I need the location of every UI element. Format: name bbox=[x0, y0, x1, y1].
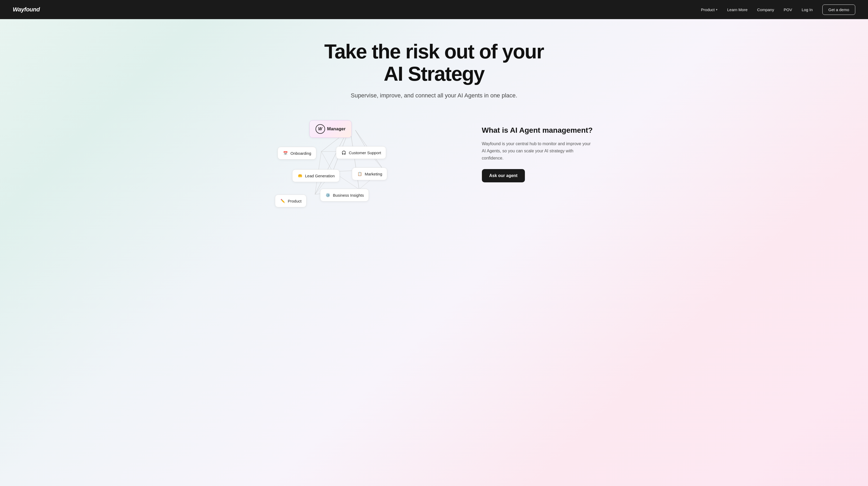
product-icon: ✏️ bbox=[280, 198, 286, 204]
get-demo-button[interactable]: Get a demo bbox=[823, 4, 855, 15]
onboarding-node: 📅 Onboarding bbox=[278, 147, 316, 159]
navbar: Wayfound Product ▾ Learn More Company PO… bbox=[0, 0, 868, 19]
customer-support-node: 🎧 Customer Support bbox=[336, 146, 386, 159]
svg-line-4 bbox=[350, 130, 359, 189]
manager-node: W Manager bbox=[309, 120, 352, 138]
hero-title: Take the risk out of your AI Strategy bbox=[315, 40, 554, 85]
marketing-node: 📋 Marketing bbox=[352, 168, 388, 180]
onboarding-icon: 📅 bbox=[283, 150, 288, 156]
marketing-label: Marketing bbox=[365, 172, 382, 176]
manager-logo-icon: W bbox=[315, 124, 325, 134]
customer-support-label: Customer Support bbox=[349, 151, 381, 155]
business-insights-node: ⚙️ Business Insights bbox=[320, 189, 369, 202]
lead-generation-label: Lead Generation bbox=[305, 174, 335, 178]
hero-bottom: W Manager 📅 Onboarding 🎧 Customer Suppor… bbox=[275, 115, 593, 216]
product-label: Product bbox=[288, 199, 302, 203]
lead-generation-icon: 🤲 bbox=[297, 173, 303, 179]
business-insights-icon: ⚙️ bbox=[325, 192, 331, 198]
business-insights-label: Business Insights bbox=[333, 193, 364, 198]
nav-product[interactable]: Product ▾ bbox=[701, 7, 718, 12]
nav-company[interactable]: Company bbox=[757, 7, 774, 12]
nav-login[interactable]: Log In bbox=[802, 7, 813, 12]
svg-line-7 bbox=[321, 152, 333, 172]
hero-subtitle: Supervise, improve, and connect all your… bbox=[351, 92, 517, 99]
nav-logo[interactable]: Wayfound bbox=[13, 6, 40, 13]
nav-links: Product ▾ Learn More Company POV Log In … bbox=[701, 4, 855, 15]
hero-section: Take the risk out of your AI Strategy Su… bbox=[0, 19, 868, 486]
nav-learn-more[interactable]: Learn More bbox=[727, 7, 747, 12]
svg-line-5 bbox=[315, 130, 348, 194]
side-panel-body: Wayfound is your central hub to monitor … bbox=[482, 140, 593, 162]
ask-agent-button[interactable]: Ask our agent bbox=[482, 169, 525, 182]
manager-label: Manager bbox=[327, 126, 346, 132]
side-panel-heading: What is AI Agent management? bbox=[482, 126, 593, 135]
agent-diagram: W Manager 📅 Onboarding 🎧 Customer Suppor… bbox=[275, 115, 466, 216]
customer-support-icon: 🎧 bbox=[341, 150, 347, 156]
side-panel: What is AI Agent management? Wayfound is… bbox=[482, 115, 593, 182]
chevron-down-icon: ▾ bbox=[716, 8, 717, 11]
product-node: ✏️ Product bbox=[275, 194, 307, 207]
onboarding-label: Onboarding bbox=[290, 151, 311, 156]
lead-generation-node: 🤲 Lead Generation bbox=[292, 169, 340, 182]
marketing-icon: 📋 bbox=[357, 171, 363, 177]
nav-pov[interactable]: POV bbox=[784, 7, 792, 12]
